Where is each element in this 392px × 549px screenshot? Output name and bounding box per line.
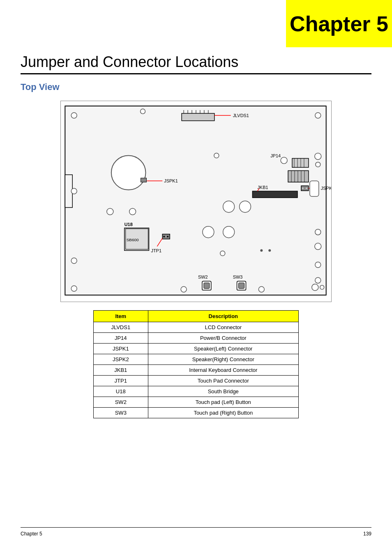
svg-text:JSPK1: JSPK1	[164, 178, 178, 183]
svg-point-10	[316, 162, 321, 167]
table-header-item: Item	[94, 311, 148, 322]
board-diagram: JLVDS1 JSPK1 U18 SB600 JTP1	[60, 101, 332, 302]
page-content: Jumper and Connector Locations Top View	[0, 0, 392, 443]
table-row: JKB1Internal Keyboard Connector	[94, 365, 299, 376]
table-row: JLVDS1LCD Connector	[94, 322, 299, 333]
svg-point-40	[167, 236, 168, 238]
table-cell-description: Speaker(Left) Connector	[148, 344, 298, 354]
footer-page-number: 139	[363, 531, 371, 537]
svg-point-5	[312, 284, 318, 291]
svg-point-9	[315, 153, 321, 159]
svg-point-6	[320, 285, 324, 289]
svg-text:JTP1: JTP1	[151, 248, 161, 253]
svg-point-13	[315, 262, 321, 268]
footer-chapter: Chapter 5	[21, 531, 42, 537]
svg-point-33	[129, 208, 136, 215]
table-row: JTP1Touch Pad Connector	[94, 376, 299, 386]
table-header-description: Description	[148, 311, 298, 322]
svg-rect-71	[288, 171, 309, 182]
table-cell-item: JLVDS1	[94, 322, 148, 333]
svg-point-3	[315, 113, 321, 118]
connector-table: Item Description JLVDS1LCD ConnectorJP14…	[93, 310, 299, 418]
svg-text:JLVDS1: JLVDS1	[233, 113, 249, 118]
svg-point-4	[71, 286, 77, 291]
table-row: SW2Touch pad (Left) Button	[94, 397, 299, 408]
svg-rect-77	[310, 181, 319, 196]
svg-point-14	[315, 277, 321, 283]
svg-rect-47	[292, 158, 309, 167]
table-cell-description: Touch pad (Right) Button	[148, 408, 298, 418]
chapter-title: Chapter 5	[290, 12, 388, 36]
svg-point-44	[260, 249, 263, 252]
table-cell-description: South Bridge	[148, 386, 298, 397]
table-row: SW3Touch pad (Right) Button	[94, 408, 299, 418]
svg-point-58	[306, 187, 307, 189]
table-row: U18South Bridge	[94, 386, 299, 397]
table-row: JP14Power/B Connector	[94, 333, 299, 344]
svg-point-46	[281, 157, 287, 164]
svg-text:JSPK2: JSPK2	[321, 186, 331, 191]
table-cell-description: Internal Keyboard Connector	[148, 365, 298, 376]
table-cell-item: SW3	[94, 408, 148, 418]
svg-point-8	[71, 258, 77, 263]
board-svg: JLVDS1 JSPK1 U18 SB600 JTP1	[61, 101, 331, 302]
svg-point-11	[315, 229, 321, 235]
svg-point-64	[223, 226, 235, 238]
table-cell-item: JSPK1	[94, 344, 148, 354]
table-cell-item: JP14	[94, 333, 148, 344]
svg-point-16	[181, 286, 187, 292]
svg-text:SW3: SW3	[233, 274, 243, 279]
svg-rect-66	[204, 283, 210, 288]
svg-point-57	[302, 187, 304, 189]
table-cell-item: SW2	[94, 397, 148, 408]
svg-point-43	[220, 251, 225, 256]
svg-text:JP14: JP14	[270, 153, 281, 158]
svg-text:U18: U18	[125, 222, 133, 227]
svg-point-78	[214, 153, 219, 158]
table-cell-item: U18	[94, 386, 148, 397]
table-row: JSPK2Speaker(Right) Connector	[94, 354, 299, 365]
svg-text:SB600: SB600	[127, 238, 139, 242]
table-row: JSPK1Speaker(Left) Connector	[94, 344, 299, 354]
table-cell-description: Speaker(Right) Connector	[148, 354, 298, 365]
table-cell-item: JTP1	[94, 376, 148, 386]
table-cell-description: LCD Connector	[148, 322, 298, 333]
svg-rect-53	[252, 191, 297, 198]
svg-point-28	[111, 155, 146, 190]
svg-point-61	[223, 201, 235, 212]
table-cell-description: Power/B Connector	[148, 333, 298, 344]
page-footer: Chapter 5 139	[21, 527, 371, 537]
svg-text:SW2: SW2	[198, 274, 208, 279]
svg-rect-18	[182, 113, 214, 121]
svg-point-12	[315, 243, 321, 250]
svg-rect-69	[239, 283, 244, 288]
page-title: Jumper and Connector Locations	[21, 53, 371, 71]
title-divider	[21, 73, 371, 74]
table-cell-item: JSPK2	[94, 354, 148, 365]
table-cell-item: JKB1	[94, 365, 148, 376]
svg-point-17	[258, 286, 264, 292]
table-cell-description: Touch pad (Left) Button	[148, 397, 298, 408]
svg-point-63	[203, 226, 214, 238]
svg-point-45	[268, 249, 271, 252]
svg-point-15	[141, 109, 145, 114]
svg-rect-0	[65, 106, 326, 295]
svg-point-32	[107, 208, 113, 215]
table-cell-description: Touch Pad Connector	[148, 376, 298, 386]
section-title: Top View	[21, 82, 371, 92]
svg-point-62	[240, 201, 251, 212]
svg-rect-29	[141, 178, 147, 182]
svg-point-39	[163, 236, 165, 238]
svg-point-7	[71, 188, 77, 194]
svg-point-2	[71, 113, 77, 118]
chapter-header: Chapter 5	[286, 0, 392, 47]
